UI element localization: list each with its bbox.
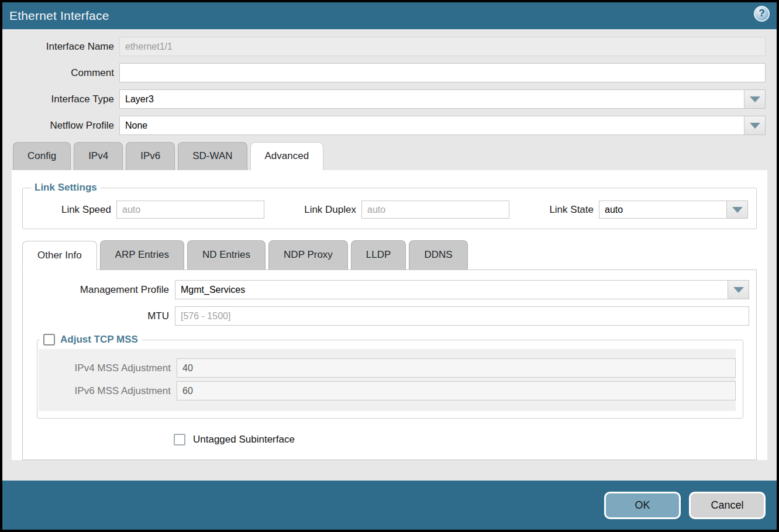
- ipv6-mss-label: IPv6 MSS Adjustment: [39, 385, 177, 397]
- tab-nd-entries[interactable]: ND Entries: [187, 240, 266, 270]
- link-settings-row: Link Speed Link Duplex Link State auto: [29, 201, 750, 219]
- link-state-select[interactable]: auto: [599, 201, 748, 219]
- interface-type-value[interactable]: Layer3: [119, 89, 744, 109]
- netflow-profile-row: Netflow Profile None: [2, 116, 777, 135]
- interface-name-label: Interface Name: [2, 41, 119, 53]
- ipv4-mss-row: IPv4 MSS Adjustment: [39, 358, 736, 378]
- link-duplex-field[interactable]: [361, 201, 509, 219]
- tab-other-info[interactable]: Other Info: [22, 241, 97, 270]
- management-profile-dropdown-button[interactable]: [728, 280, 749, 299]
- link-state-dropdown-button[interactable]: [727, 201, 748, 219]
- management-profile-value[interactable]: Mgmt_Services: [175, 280, 728, 299]
- ipv4-mss-label: IPv4 MSS Adjustment: [39, 362, 177, 374]
- link-state-value[interactable]: auto: [599, 201, 727, 219]
- tab-ipv6[interactable]: IPv6: [126, 142, 175, 170]
- link-speed-field[interactable]: [116, 201, 264, 219]
- interface-type-dropdown-button[interactable]: [744, 89, 766, 109]
- main-tab-strip: Config IPv4 IPv6 SD-WAN Advanced: [13, 142, 777, 170]
- cancel-button[interactable]: Cancel: [689, 492, 766, 519]
- untagged-subinterface-row: Untagged Subinterface: [174, 434, 749, 445]
- advanced-tab-panel: Link Settings Link Speed Link Duplex Lin…: [12, 170, 767, 460]
- mss-disabled-block: IPv4 MSS Adjustment IPv6 MSS Adjustment: [39, 349, 736, 411]
- netflow-profile-select[interactable]: None: [119, 116, 766, 135]
- ipv6-mss-row: IPv6 MSS Adjustment: [39, 381, 736, 400]
- untagged-subinterface-label: Untagged Subinterface: [193, 434, 295, 445]
- adjust-tcp-mss-checkbox[interactable]: [43, 334, 55, 346]
- chevron-down-icon: [732, 207, 743, 213]
- tab-config[interactable]: Config: [13, 142, 71, 170]
- management-profile-select[interactable]: Mgmt_Services: [175, 280, 749, 299]
- interface-name-row: Interface Name: [2, 37, 777, 56]
- info-tab-strip: Other Info ARP Entries ND Entries NDP Pr…: [22, 240, 758, 270]
- netflow-profile-value[interactable]: None: [119, 116, 744, 135]
- ipv6-mss-field: [177, 381, 736, 400]
- mtu-field[interactable]: [175, 306, 749, 326]
- untagged-subinterface-checkbox[interactable]: [174, 434, 185, 445]
- link-state-label: Link State: [549, 204, 599, 216]
- adjust-tcp-mss-legend: Adjust TCP MSS: [40, 334, 142, 346]
- ipv4-mss-field: [177, 358, 736, 378]
- link-settings-group: Link Settings Link Speed Link Duplex Lin…: [22, 182, 757, 229]
- tab-advanced[interactable]: Advanced: [250, 142, 324, 170]
- link-speed-label: Link Speed: [29, 204, 116, 216]
- dialog-footer: OK Cancel: [2, 481, 777, 530]
- tab-ipv4[interactable]: IPv4: [74, 142, 123, 170]
- comment-field[interactable]: [119, 63, 766, 82]
- mtu-label: MTU: [30, 310, 175, 322]
- interface-type-label: Interface Type: [2, 94, 119, 105]
- dialog-title: Ethernet Interface: [9, 9, 109, 23]
- tab-ndp-proxy[interactable]: NDP Proxy: [268, 240, 348, 270]
- tab-sd-wan[interactable]: SD-WAN: [178, 142, 247, 170]
- interface-type-select[interactable]: Layer3: [119, 89, 766, 109]
- netflow-profile-dropdown-button[interactable]: [744, 116, 766, 135]
- other-info-panel: Management Profile Mgmt_Services MTU: [22, 270, 757, 460]
- dialog-body: Interface Name Comment Interface Type La…: [2, 29, 777, 481]
- interface-type-row: Interface Type Layer3: [2, 89, 777, 109]
- ok-button[interactable]: OK: [604, 492, 681, 519]
- mtu-row: MTU: [30, 306, 749, 326]
- tab-lldp[interactable]: LLDP: [351, 240, 406, 270]
- management-profile-label: Management Profile: [30, 284, 175, 296]
- tab-arp-entries[interactable]: ARP Entries: [100, 240, 184, 270]
- link-duplex-label: Link Duplex: [280, 204, 361, 216]
- chevron-down-icon: [750, 123, 760, 129]
- title-bar: Ethernet Interface ?: [2, 2, 777, 29]
- help-icon[interactable]: ?: [754, 6, 770, 22]
- netflow-profile-label: Netflow Profile: [2, 120, 119, 132]
- chevron-down-icon: [733, 287, 744, 293]
- interface-name-field: [119, 37, 766, 56]
- adjust-tcp-mss-group: Adjust TCP MSS IPv4 MSS Adjustment IPv6 …: [37, 334, 743, 419]
- comment-label: Comment: [2, 67, 119, 79]
- comment-row: Comment: [2, 63, 777, 82]
- management-profile-row: Management Profile Mgmt_Services: [30, 280, 749, 299]
- adjust-tcp-mss-title: Adjust TCP MSS: [60, 334, 138, 346]
- link-settings-legend: Link Settings: [31, 182, 101, 194]
- ethernet-interface-dialog: Ethernet Interface ? Interface Name Comm…: [2, 2, 777, 530]
- tab-ddns[interactable]: DDNS: [409, 240, 467, 270]
- chevron-down-icon: [750, 96, 760, 102]
